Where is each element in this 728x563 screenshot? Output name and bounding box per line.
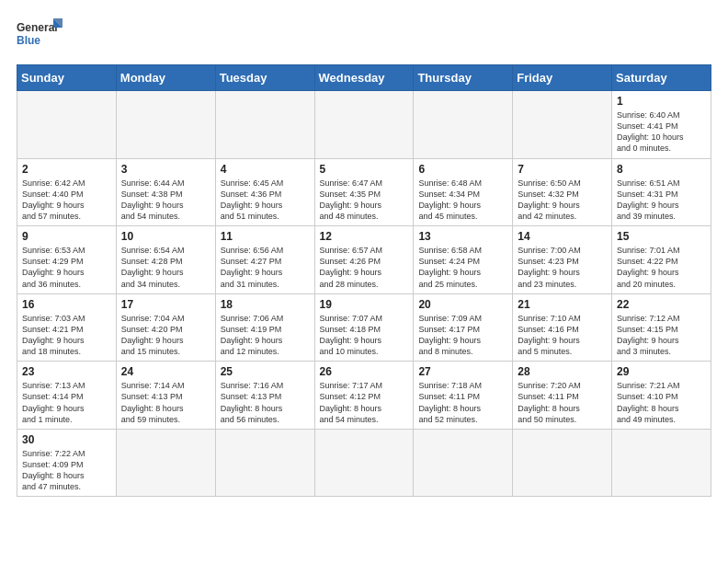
calendar-cell: 18Sunrise: 7:06 AM Sunset: 4:19 PM Dayli…	[215, 293, 314, 362]
svg-text:General: General	[17, 21, 58, 34]
calendar-cell: 6Sunrise: 6:48 AM Sunset: 4:34 PM Daylig…	[414, 158, 513, 226]
weekday-header-thursday: Thursday	[414, 65, 513, 91]
day-number: 18	[221, 298, 310, 311]
day-number: 3	[121, 163, 210, 176]
page: General Blue SundayMondayTuesdayWednesda…	[0, 0, 728, 563]
day-number: 14	[518, 230, 607, 243]
day-number: 21	[518, 298, 607, 311]
day-info: Sunrise: 7:17 AM Sunset: 4:12 PM Dayligh…	[320, 380, 409, 425]
calendar-cell: 26Sunrise: 7:17 AM Sunset: 4:12 PM Dayli…	[314, 362, 414, 430]
weekday-header-monday: Monday	[116, 65, 215, 91]
day-info: Sunrise: 7:18 AM Sunset: 4:11 PM Dayligh…	[418, 380, 507, 425]
day-number: 12	[320, 230, 409, 243]
day-info: Sunrise: 7:20 AM Sunset: 4:11 PM Dayligh…	[518, 380, 607, 425]
calendar-cell: 22Sunrise: 7:12 AM Sunset: 4:15 PM Dayli…	[612, 293, 711, 362]
day-info: Sunrise: 6:44 AM Sunset: 4:38 PM Dayligh…	[121, 178, 210, 223]
day-info: Sunrise: 7:10 AM Sunset: 4:16 PM Dayligh…	[518, 313, 607, 358]
day-info: Sunrise: 7:22 AM Sunset: 4:09 PM Dayligh…	[22, 448, 111, 493]
calendar-cell: 13Sunrise: 6:58 AM Sunset: 4:24 PM Dayli…	[414, 226, 513, 294]
calendar-cell: 3Sunrise: 6:44 AM Sunset: 4:38 PM Daylig…	[116, 158, 215, 226]
calendar-cell	[314, 429, 414, 497]
day-number: 25	[221, 365, 310, 378]
calendar-week-row: 30Sunrise: 7:22 AM Sunset: 4:09 PM Dayli…	[17, 429, 711, 497]
calendar-cell: 10Sunrise: 6:54 AM Sunset: 4:28 PM Dayli…	[116, 226, 215, 294]
day-info: Sunrise: 6:56 AM Sunset: 4:27 PM Dayligh…	[221, 245, 310, 290]
svg-text:Blue: Blue	[17, 34, 40, 47]
calendar-week-row: 1Sunrise: 6:40 AM Sunset: 4:41 PM Daylig…	[17, 91, 711, 159]
day-number: 1	[617, 95, 706, 108]
day-info: Sunrise: 7:00 AM Sunset: 4:23 PM Dayligh…	[518, 245, 607, 290]
weekday-header-row: SundayMondayTuesdayWednesdayThursdayFrid…	[17, 65, 711, 91]
day-info: Sunrise: 6:45 AM Sunset: 4:36 PM Dayligh…	[221, 178, 310, 223]
day-number: 19	[320, 298, 409, 311]
day-info: Sunrise: 6:54 AM Sunset: 4:28 PM Dayligh…	[121, 245, 210, 290]
day-number: 5	[320, 163, 409, 176]
day-number: 30	[22, 433, 111, 446]
day-number: 4	[221, 163, 310, 176]
calendar-cell: 5Sunrise: 6:47 AM Sunset: 4:35 PM Daylig…	[314, 158, 414, 226]
day-number: 15	[617, 230, 706, 243]
weekday-header-saturday: Saturday	[612, 65, 711, 91]
day-number: 23	[22, 365, 111, 378]
calendar-cell	[116, 429, 215, 497]
day-info: Sunrise: 6:51 AM Sunset: 4:31 PM Dayligh…	[617, 178, 706, 223]
day-info: Sunrise: 7:01 AM Sunset: 4:22 PM Dayligh…	[617, 245, 706, 290]
calendar-cell: 12Sunrise: 6:57 AM Sunset: 4:26 PM Dayli…	[314, 226, 414, 294]
calendar-cell: 27Sunrise: 7:18 AM Sunset: 4:11 PM Dayli…	[414, 362, 513, 430]
calendar-cell: 23Sunrise: 7:13 AM Sunset: 4:14 PM Dayli…	[17, 362, 117, 430]
calendar-cell	[314, 91, 414, 159]
day-info: Sunrise: 7:16 AM Sunset: 4:13 PM Dayligh…	[221, 380, 310, 425]
calendar-cell: 30Sunrise: 7:22 AM Sunset: 4:09 PM Dayli…	[17, 429, 117, 497]
calendar-cell: 19Sunrise: 7:07 AM Sunset: 4:18 PM Dayli…	[314, 293, 414, 362]
calendar-cell: 20Sunrise: 7:09 AM Sunset: 4:17 PM Dayli…	[414, 293, 513, 362]
day-info: Sunrise: 6:48 AM Sunset: 4:34 PM Dayligh…	[418, 178, 507, 223]
day-number: 27	[418, 365, 507, 378]
day-info: Sunrise: 7:12 AM Sunset: 4:15 PM Dayligh…	[617, 313, 706, 358]
calendar-cell: 1Sunrise: 6:40 AM Sunset: 4:41 PM Daylig…	[612, 91, 711, 159]
day-number: 10	[121, 230, 210, 243]
calendar-week-row: 16Sunrise: 7:03 AM Sunset: 4:21 PM Dayli…	[17, 293, 711, 362]
day-info: Sunrise: 6:53 AM Sunset: 4:29 PM Dayligh…	[22, 245, 111, 290]
calendar-cell: 2Sunrise: 6:42 AM Sunset: 4:40 PM Daylig…	[17, 158, 117, 226]
day-info: Sunrise: 7:04 AM Sunset: 4:20 PM Dayligh…	[121, 313, 210, 358]
day-info: Sunrise: 6:47 AM Sunset: 4:35 PM Dayligh…	[320, 178, 409, 223]
calendar-cell	[513, 429, 612, 497]
weekday-header-sunday: Sunday	[17, 65, 117, 91]
calendar-cell: 24Sunrise: 7:14 AM Sunset: 4:13 PM Dayli…	[116, 362, 215, 430]
day-info: Sunrise: 6:57 AM Sunset: 4:26 PM Dayligh…	[320, 245, 409, 290]
generalblue-logo-icon: General Blue	[17, 17, 63, 55]
day-number: 9	[22, 230, 111, 243]
weekday-header-friday: Friday	[513, 65, 612, 91]
day-info: Sunrise: 6:58 AM Sunset: 4:24 PM Dayligh…	[418, 245, 507, 290]
day-number: 20	[418, 298, 507, 311]
calendar-cell: 17Sunrise: 7:04 AM Sunset: 4:20 PM Dayli…	[116, 293, 215, 362]
calendar-table: SundayMondayTuesdayWednesdayThursdayFrid…	[17, 64, 711, 497]
day-number: 13	[418, 230, 507, 243]
calendar-cell	[414, 91, 513, 159]
calendar-week-row: 23Sunrise: 7:13 AM Sunset: 4:14 PM Dayli…	[17, 362, 711, 430]
day-number: 28	[518, 365, 607, 378]
calendar-cell	[215, 429, 314, 497]
day-info: Sunrise: 6:40 AM Sunset: 4:41 PM Dayligh…	[617, 109, 706, 155]
calendar-cell: 8Sunrise: 6:51 AM Sunset: 4:31 PM Daylig…	[612, 158, 711, 226]
calendar-cell	[116, 91, 215, 159]
day-number: 26	[320, 365, 409, 378]
calendar-week-row: 9Sunrise: 6:53 AM Sunset: 4:29 PM Daylig…	[17, 226, 711, 294]
calendar-cell: 28Sunrise: 7:20 AM Sunset: 4:11 PM Dayli…	[513, 362, 612, 430]
calendar-cell: 9Sunrise: 6:53 AM Sunset: 4:29 PM Daylig…	[17, 226, 117, 294]
calendar-cell: 4Sunrise: 6:45 AM Sunset: 4:36 PM Daylig…	[215, 158, 314, 226]
calendar-cell: 25Sunrise: 7:16 AM Sunset: 4:13 PM Dayli…	[215, 362, 314, 430]
day-number: 16	[22, 298, 111, 311]
calendar-cell	[414, 429, 513, 497]
day-info: Sunrise: 7:14 AM Sunset: 4:13 PM Dayligh…	[121, 380, 210, 425]
day-number: 29	[617, 365, 706, 378]
weekday-header-wednesday: Wednesday	[314, 65, 414, 91]
calendar-cell: 15Sunrise: 7:01 AM Sunset: 4:22 PM Dayli…	[612, 226, 711, 294]
calendar-cell: 21Sunrise: 7:10 AM Sunset: 4:16 PM Dayli…	[513, 293, 612, 362]
day-number: 17	[121, 298, 210, 311]
logo: General Blue	[17, 17, 63, 55]
calendar-cell: 7Sunrise: 6:50 AM Sunset: 4:32 PM Daylig…	[513, 158, 612, 226]
day-number: 2	[22, 163, 111, 176]
day-info: Sunrise: 7:07 AM Sunset: 4:18 PM Dayligh…	[320, 313, 409, 358]
day-number: 6	[418, 163, 507, 176]
